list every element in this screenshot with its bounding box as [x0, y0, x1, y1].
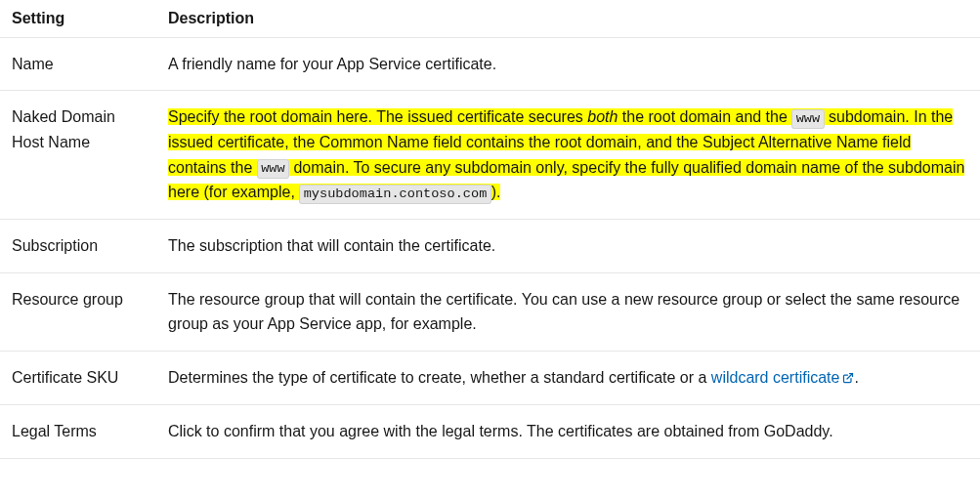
- desc-legal-terms: Click to confirm that you agree with the…: [156, 405, 980, 459]
- desc-resource-group: The resource group that will contain the…: [156, 272, 980, 351]
- table-row: Subscription The subscription that will …: [0, 220, 980, 273]
- desc-name: A friendly name for your App Service cer…: [156, 37, 980, 91]
- wildcard-certificate-link[interactable]: wildcard certificate: [711, 369, 855, 386]
- desc-subscription: The subscription that will contain the c…: [156, 220, 980, 273]
- setting-certificate-sku: Certificate SKU: [0, 351, 156, 405]
- desc-certificate-sku: Determines the type of certificate to cr…: [156, 351, 980, 405]
- table-header-row: Setting Description: [0, 0, 980, 37]
- settings-table: Setting Description Name A friendly name…: [0, 0, 980, 459]
- setting-legal-terms: Legal Terms: [0, 405, 156, 459]
- header-description: Description: [156, 0, 980, 37]
- header-setting: Setting: [0, 0, 156, 37]
- svg-line-0: [847, 373, 853, 379]
- table-row: Certificate SKU Determines the type of c…: [0, 351, 980, 405]
- external-link-icon: [842, 366, 854, 392]
- setting-resource-group: Resource group: [0, 272, 156, 351]
- setting-name: Name: [0, 37, 156, 91]
- setting-subscription: Subscription: [0, 220, 156, 273]
- table-row: Legal Terms Click to confirm that you ag…: [0, 405, 980, 459]
- desc-naked-domain: Specify the root domain here. The issued…: [156, 91, 980, 220]
- table-row: Resource group The resource group that w…: [0, 272, 980, 351]
- table-row: Name A friendly name for your App Servic…: [0, 37, 980, 91]
- setting-naked-domain: Naked Domain Host Name: [0, 91, 156, 220]
- table-row: Naked Domain Host Name Specify the root …: [0, 91, 980, 220]
